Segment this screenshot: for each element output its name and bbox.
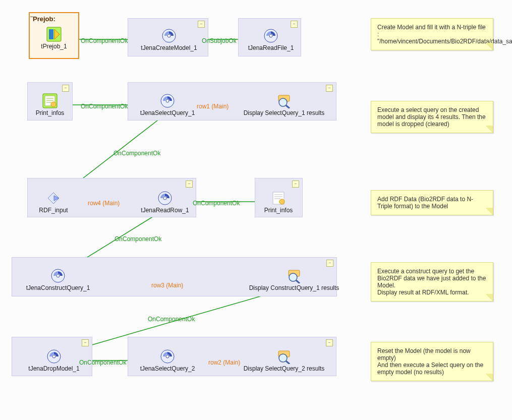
edge-label: OnComponentOk	[81, 37, 128, 44]
prejob-icon	[46, 27, 62, 42]
minimize-icon[interactable]: −	[82, 339, 89, 346]
lens-icon	[287, 268, 302, 283]
node-display-select-1[interactable]: Display SelectQuery_1 results	[234, 93, 334, 116]
minimize-icon[interactable]: −	[291, 21, 298, 28]
minimize-icon[interactable]: −	[62, 85, 69, 92]
node-label: Display SelectQuery_1 results	[244, 109, 325, 116]
jena-icon	[160, 93, 175, 108]
prejob-title: Prejob:	[33, 15, 55, 23]
lens-icon	[276, 93, 292, 108]
jena-icon	[46, 349, 62, 364]
jena-icon	[160, 349, 175, 364]
node-label: Print_infos	[36, 109, 65, 116]
node-label: Display SelectQuery_2 results	[244, 365, 325, 372]
edge-label: row4 (Main)	[88, 200, 120, 207]
edge-label: OnComponentOk	[115, 235, 161, 243]
minimize-icon[interactable]: −	[326, 260, 333, 267]
edge-label: OnComponentOk	[79, 359, 126, 366]
minimize-icon[interactable]: −	[326, 339, 333, 346]
note-5[interactable]: Reset the Model (the model is now empty)…	[371, 342, 493, 381]
note-4[interactable]: Execute a construct query to get the Bio…	[371, 262, 493, 302]
node-read-row[interactable]: tJenaReadRow_1	[137, 191, 193, 214]
minimize-icon[interactable]: −	[198, 21, 205, 28]
node-label: Display ConstructQuery_1 results	[249, 284, 339, 291]
jena-icon	[161, 28, 177, 43]
node-label: tJenaSelectQuery_1	[140, 109, 195, 116]
jena-icon	[157, 191, 173, 206]
node-construct-query[interactable]: tJenaConstructQuery_1	[20, 268, 96, 291]
node-select-query-1[interactable]: tJenaSelectQuery_1	[137, 93, 198, 116]
edge-label: OnComponentOk	[113, 150, 160, 157]
minimize-icon[interactable]: −	[326, 85, 333, 92]
node-drop-model[interactable]: tJenaDropModel_1	[21, 349, 87, 372]
edge-label: OnComponentOk	[193, 200, 240, 207]
note-2[interactable]: Execute a select query on the created mo…	[371, 101, 493, 133]
minimize-icon[interactable]: −	[186, 181, 193, 188]
node-label: RDF_input	[39, 207, 68, 214]
node-select-query-2[interactable]: tJenaSelectQuery_2	[137, 349, 198, 372]
edge-label: row2 (Main)	[208, 359, 240, 366]
jena-icon	[50, 268, 66, 283]
edge-label: OnComponentOk	[148, 316, 195, 323]
node-label: tPrejob_1	[41, 43, 67, 50]
node-read-file[interactable]: tJenaReadFile_1	[246, 28, 296, 51]
print-icon	[42, 93, 58, 108]
edge-label: OnComponentOk	[81, 103, 128, 110]
node-print-infos-2[interactable]: Print_infos	[262, 191, 295, 214]
rdf-icon	[46, 191, 61, 206]
lens-icon	[276, 349, 292, 364]
jena-icon	[263, 28, 278, 43]
node-print-infos-1[interactable]: Print_infos	[34, 93, 66, 116]
node-label: tJenaReadFile_1	[248, 44, 294, 51]
minimize-icon[interactable]: −	[292, 181, 299, 188]
edge-label: OnSubjobOk	[202, 37, 237, 44]
node-label: tJenaDropModel_1	[28, 365, 79, 372]
node-tprejob[interactable]: tPrejob_1	[39, 27, 69, 50]
node-display-construct[interactable]: Display ConstructQuery_1 results	[241, 268, 347, 291]
node-label: tJenaSelectQuery_2	[140, 365, 195, 372]
node-label: tJenaReadRow_1	[141, 207, 189, 214]
node-display-select-2[interactable]: Display SelectQuery_2 results	[234, 349, 334, 372]
note-3[interactable]: Add RDF Data (Bio2RDF data to N-Triple f…	[371, 190, 493, 215]
node-rdf-input[interactable]: RDF_input	[36, 191, 71, 214]
edge-label: row1 (Main)	[197, 103, 229, 110]
node-label: Print_infos	[264, 207, 293, 214]
edge-label: row3 (Main)	[151, 282, 183, 289]
node-create-model[interactable]: tJenaCreateModel_1	[139, 28, 199, 51]
node-label: tJenaCreateModel_1	[141, 44, 197, 51]
print-icon	[271, 191, 286, 206]
node-label: tJenaConstructQuery_1	[26, 284, 90, 291]
note-1[interactable]: Create Model and fill it with a N-triple…	[371, 18, 493, 50]
